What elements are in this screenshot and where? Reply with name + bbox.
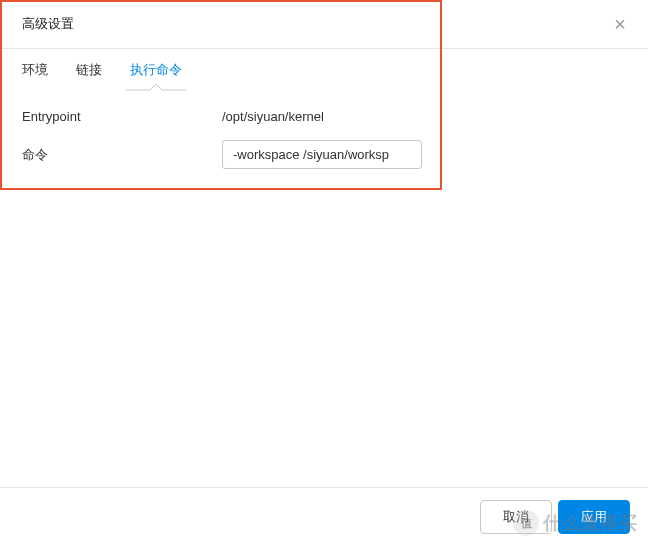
tab-label: 执行命令 (130, 62, 182, 77)
command-row: 命令 -workspace /siyuan/worksp (22, 140, 626, 169)
close-icon[interactable]: × (614, 14, 626, 34)
entrypoint-value: /opt/siyuan/kernel (222, 109, 324, 124)
watermark-text: 什么值得买 (543, 511, 638, 535)
watermark: 值 什么值得买 (513, 510, 638, 536)
entrypoint-label: Entrypoint (22, 109, 222, 124)
dialog-header: 高级设置 × (0, 0, 648, 49)
dialog-title: 高级设置 (22, 15, 74, 33)
entrypoint-row: Entrypoint /opt/siyuan/kernel (22, 109, 626, 124)
tab-exec-command[interactable]: 执行命令 (130, 49, 182, 89)
watermark-badge-icon: 值 (513, 510, 539, 536)
advanced-settings-dialog: 高级设置 × 环境 链接 执行命令 Entrypoint /opt/siyuan… (0, 0, 648, 546)
command-input[interactable]: -workspace /siyuan/worksp (222, 140, 422, 169)
tab-environment[interactable]: 环境 (22, 49, 48, 89)
tab-label: 环境 (22, 62, 48, 77)
tab-bar: 环境 链接 执行命令 (0, 49, 648, 89)
tab-active-indicator (130, 79, 182, 89)
tab-label: 链接 (76, 62, 102, 77)
tab-link[interactable]: 链接 (76, 49, 102, 89)
tab-content: Entrypoint /opt/siyuan/kernel 命令 -worksp… (0, 89, 648, 546)
command-label: 命令 (22, 146, 222, 164)
